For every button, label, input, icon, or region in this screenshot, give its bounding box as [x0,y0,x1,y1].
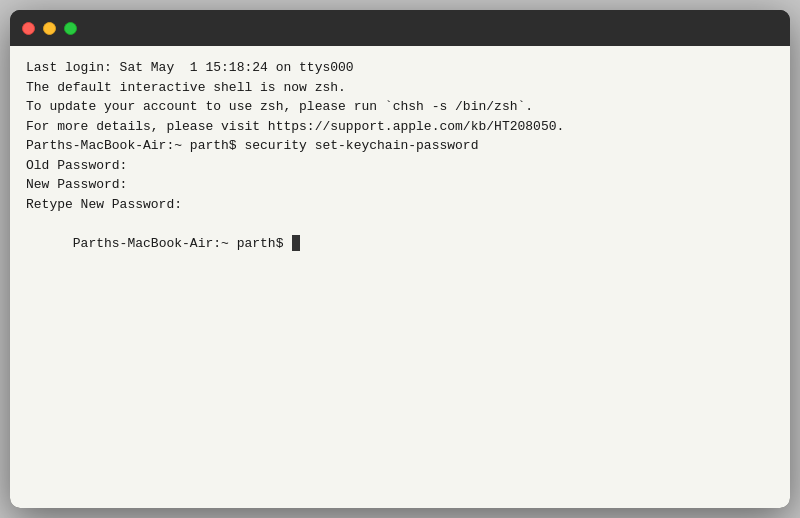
minimize-button[interactable] [43,22,56,35]
terminal-line: For more details, please visit https://s… [26,117,774,137]
terminal-line: The default interactive shell is now zsh… [26,78,774,98]
terminal-body[interactable]: Last login: Sat May 1 15:18:24 on ttys00… [10,46,790,508]
close-button[interactable] [22,22,35,35]
terminal-line: New Password: [26,175,774,195]
terminal-line: Old Password: [26,156,774,176]
terminal-prompt-line: Parths-MacBook-Air:~ parth$ [26,214,774,273]
terminal-window: Last login: Sat May 1 15:18:24 on ttys00… [10,10,790,508]
terminal-line: Parths-MacBook-Air:~ parth$ security set… [26,136,774,156]
titlebar [10,10,790,46]
cursor [292,235,300,251]
terminal-line: Last login: Sat May 1 15:18:24 on ttys00… [26,58,774,78]
maximize-button[interactable] [64,22,77,35]
terminal-line: Retype New Password: [26,195,774,215]
terminal-line: To update your account to use zsh, pleas… [26,97,774,117]
traffic-lights [22,22,77,35]
